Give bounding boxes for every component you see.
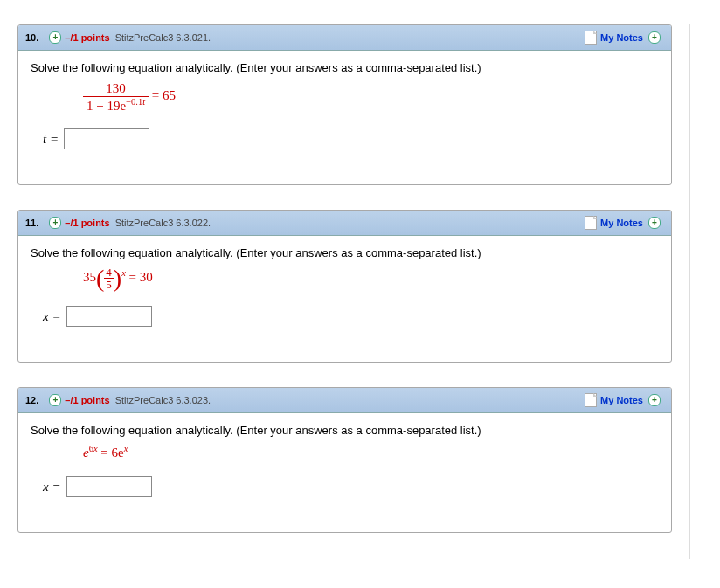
instruction-text: Solve the following equation analyticall… <box>31 424 659 437</box>
points-text: –/1 points <box>65 395 109 405</box>
equals-rhs: = 30 <box>126 270 153 284</box>
question-body: Solve the following equation analyticall… <box>18 413 671 532</box>
answer-input[interactable] <box>66 476 152 497</box>
answer-row: x = <box>43 306 659 327</box>
equation: e6x = 6ex <box>83 444 659 460</box>
points-text: –/1 points <box>65 218 109 228</box>
denominator: 1 + 19e−0.1t <box>83 97 149 114</box>
question-11: 11. + –/1 points StitzPreCalc3 6.3.022. … <box>17 210 672 363</box>
equals-rhs: = 65 <box>152 88 176 102</box>
add-note-icon[interactable]: + <box>648 394 661 406</box>
question-number: 10. <box>25 32 38 43</box>
source-text: StitzPreCalc3 6.3.021. <box>115 32 211 43</box>
var-label: t = <box>43 132 59 147</box>
numerator: 130 <box>83 81 149 97</box>
answer-row: t = <box>43 128 659 149</box>
question-number: 11. <box>25 218 38 228</box>
instruction-text: Solve the following equation analyticall… <box>31 61 659 74</box>
source-text: StitzPreCalc3 6.3.023. <box>115 395 211 405</box>
question-header: 10. + –/1 points StitzPreCalc3 6.3.021. … <box>18 25 671 51</box>
answer-row: x = <box>43 476 659 497</box>
question-10: 10. + –/1 points StitzPreCalc3 6.3.021. … <box>17 24 672 185</box>
var-label: x = <box>43 480 61 495</box>
coeff: 35 <box>83 270 96 284</box>
equation: 130 1 + 19e−0.1t = 65 <box>83 81 659 113</box>
question-12: 12. + –/1 points StitzPreCalc3 6.3.023. … <box>17 387 672 533</box>
question-body: Solve the following equation analyticall… <box>18 51 671 184</box>
source-text: StitzPreCalc3 6.3.022. <box>115 218 211 228</box>
my-notes-link[interactable]: My Notes <box>600 218 643 228</box>
answer-input[interactable] <box>64 128 149 149</box>
var-label: x = <box>43 309 61 324</box>
note-icon <box>585 31 597 45</box>
expand-icon[interactable]: + <box>49 31 61 44</box>
answer-input[interactable] <box>66 306 152 327</box>
points-text: –/1 points <box>65 32 109 43</box>
expand-icon[interactable]: + <box>49 217 61 229</box>
my-notes-link[interactable]: My Notes <box>600 32 643 43</box>
question-header: 12. + –/1 points StitzPreCalc3 6.3.023. … <box>18 388 671 413</box>
my-notes-link[interactable]: My Notes <box>600 395 643 405</box>
equation: 35(45)x = 30 <box>83 266 659 290</box>
instruction-text: Solve the following equation analyticall… <box>31 246 659 259</box>
question-number: 12. <box>25 395 38 405</box>
question-body: Solve the following equation analyticall… <box>18 236 671 362</box>
note-icon <box>585 393 597 407</box>
add-note-icon[interactable]: + <box>648 31 661 44</box>
note-icon <box>585 216 597 230</box>
question-header: 11. + –/1 points StitzPreCalc3 6.3.022. … <box>18 211 671 236</box>
expand-icon[interactable]: + <box>49 394 61 406</box>
add-note-icon[interactable]: + <box>648 217 661 229</box>
